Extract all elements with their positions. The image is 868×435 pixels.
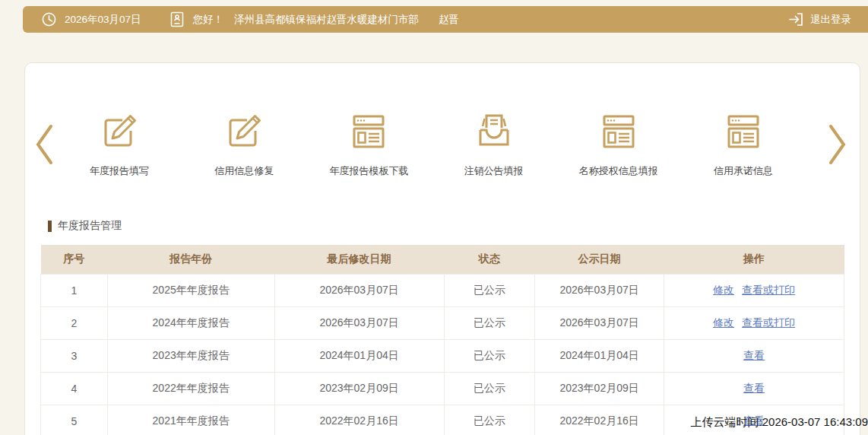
section-bullet (48, 221, 52, 232)
carousel-item[interactable]: 年度报告模板下载 (306, 110, 431, 178)
view-link[interactable]: 查看 (743, 349, 765, 361)
carousel-item-label: 注销公告填报 (464, 164, 524, 178)
cell-status: 已公示 (444, 405, 534, 435)
main-card: 年度报告填写 信用信息修复 (24, 62, 860, 435)
logout-button[interactable]: 退出登录 (788, 12, 851, 27)
cell-published: 2022年02月16日 (535, 405, 664, 435)
view-or-print-link[interactable]: 查看或打印 (742, 316, 795, 329)
cell-no: 3 (41, 339, 108, 372)
edit-icon (98, 110, 141, 153)
cell-modified: 2022年02月16日 (274, 405, 444, 435)
cell-status: 已公示 (444, 306, 534, 339)
cell-no: 2 (41, 306, 108, 339)
cell-actions: 查看 (664, 372, 844, 405)
function-carousel: 年度报告填写 信用信息修复 (25, 110, 860, 178)
table-row: 22024年年度报告2026年03月07日已公示2026年03月07日修改查看或… (41, 306, 844, 339)
carousel-item-label: 年度报告模板下载 (329, 164, 408, 178)
section-header: 年度报告管理 (48, 219, 860, 233)
cell-status: 已公示 (444, 372, 534, 405)
carousel-item[interactable]: 注销公告填报 (432, 110, 556, 178)
cell-published: 2026年03月07日 (535, 306, 664, 339)
carousel-item-label: 名称授权信息填报 (579, 164, 658, 178)
cell-status: 已公示 (444, 274, 534, 306)
report-icon (722, 110, 765, 153)
logout-label: 退出登录 (810, 13, 851, 27)
modify-link[interactable]: 修改 (713, 316, 734, 329)
report-icon (347, 110, 390, 153)
cell-status: 已公示 (444, 339, 534, 372)
column-header: 状态 (444, 245, 534, 274)
carousel-next-button[interactable] (826, 122, 849, 167)
report-icon (597, 110, 640, 153)
company-name: 泽州县高都镇保福村赵晋水暖建材门市部 (234, 13, 419, 27)
cell-no: 4 (41, 372, 108, 405)
view-or-print-link[interactable]: 查看或打印 (742, 284, 795, 296)
id-badge-icon (170, 11, 184, 27)
column-header: 操作 (664, 245, 844, 274)
cell-published: 2024年01月04日 (535, 339, 664, 372)
upload-time-watermark: 上传云端时间:2026-03-07 16:43:09 (691, 415, 868, 430)
cell-modified: 2026年03月07日 (274, 306, 444, 339)
inbox-icon (473, 110, 515, 153)
section-title: 年度报告管理 (58, 219, 122, 233)
date-group: 2026年03月07日 (41, 11, 141, 27)
carousel-item[interactable]: 信用承诺信息 (681, 110, 806, 178)
table-row: 42022年年度报告2023年02月09日已公示2023年02月09日查看 (41, 372, 844, 405)
current-date: 2026年03月07日 (65, 13, 141, 27)
cell-published: 2023年02月09日 (535, 372, 664, 405)
edit-icon (223, 110, 265, 153)
column-header: 序号 (41, 245, 108, 274)
cell-year: 2021年年度报告 (107, 405, 274, 435)
user-greeting-group: 您好！ 泽州县高都镇保福村赵晋水暖建材门市部 赵晋 (170, 11, 460, 27)
carousel-item-label: 信用信息修复 (214, 164, 274, 178)
column-header: 最后修改日期 (274, 245, 444, 274)
column-header: 公示日期 (535, 245, 664, 274)
chevron-left-icon (33, 122, 55, 167)
carousel-item-label: 信用承诺信息 (714, 164, 773, 178)
column-header: 报告年份 (107, 245, 274, 274)
topbar: 2026年03月07日 您好！ 泽州县高都镇保福村赵晋水暖建材门市部 赵晋 退出… (23, 6, 868, 33)
cell-modified: 2023年02月09日 (274, 372, 444, 405)
table-header-row: 序号报告年份最后修改日期状态公示日期操作 (41, 245, 844, 274)
cell-year: 2023年年度报告 (107, 339, 274, 372)
user-name: 赵晋 (439, 13, 459, 27)
modify-link[interactable]: 修改 (713, 284, 734, 296)
carousel-item[interactable]: 名称授权信息填报 (556, 110, 681, 178)
carousel-item[interactable]: 信用信息修复 (182, 110, 306, 178)
greeting-text: 您好！ (193, 13, 224, 27)
cell-modified: 2026年03月07日 (274, 274, 444, 306)
cell-no: 1 (41, 274, 108, 306)
cell-year: 2024年年度报告 (107, 306, 274, 339)
table-row: 32023年年度报告2024年01月04日已公示2024年01月04日查看 (41, 339, 844, 372)
logout-icon (788, 12, 803, 27)
cell-year: 2025年年度报告 (107, 274, 274, 306)
cell-published: 2026年03月07日 (535, 274, 664, 306)
view-link[interactable]: 查看 (743, 382, 765, 394)
cell-actions: 修改查看或打印 (664, 306, 844, 339)
table-row: 12025年年度报告2026年03月07日已公示2026年03月07日修改查看或… (41, 274, 844, 306)
cell-year: 2022年年度报告 (107, 372, 274, 405)
clock-icon (41, 11, 57, 27)
cell-actions: 修改查看或打印 (664, 274, 844, 306)
carousel-prev-button[interactable] (33, 122, 55, 167)
cell-modified: 2024年01月04日 (274, 339, 444, 372)
annual-report-table: 序号报告年份最后修改日期状态公示日期操作 12025年年度报告2026年03月0… (40, 245, 844, 435)
carousel-item-label: 年度报告填写 (90, 164, 149, 178)
cell-no: 5 (41, 405, 108, 435)
carousel-item[interactable]: 年度报告填写 (57, 110, 182, 178)
cell-actions: 查看 (664, 339, 844, 372)
chevron-right-icon (826, 122, 849, 167)
carousel-items: 年度报告填写 信用信息修复 (57, 110, 806, 178)
